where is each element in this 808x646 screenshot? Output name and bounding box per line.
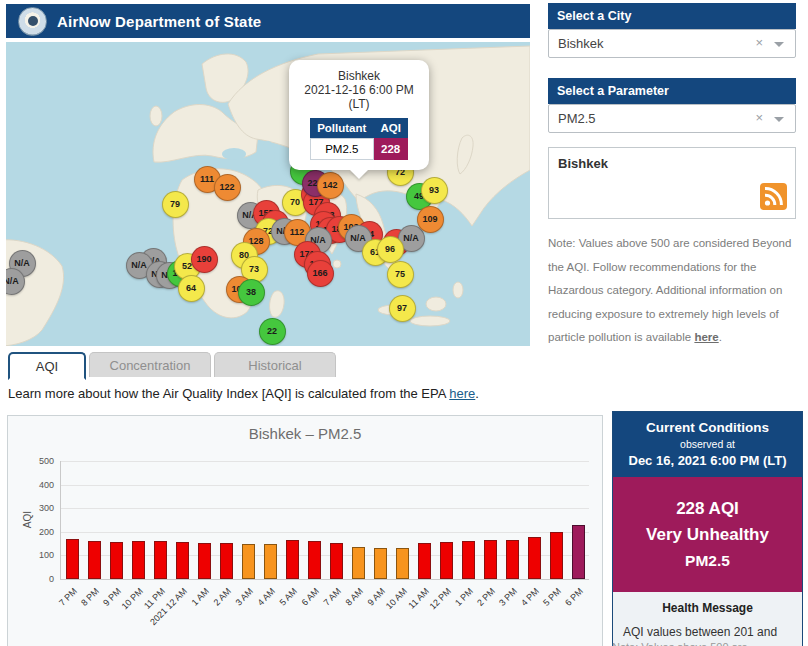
- parameter-chevron-down-icon[interactable]: [774, 117, 784, 122]
- chart-bar[interactable]: [198, 543, 211, 579]
- popup-pointer: [350, 170, 368, 179]
- chart-title: Bishkek – PM2.5: [8, 425, 602, 442]
- aqi-marker[interactable]: 38: [238, 279, 265, 306]
- chart-bar[interactable]: [242, 544, 255, 579]
- chart-bar[interactable]: [374, 548, 387, 579]
- map-landmass: [6, 42, 530, 346]
- aqi-marker[interactable]: 22: [259, 318, 286, 345]
- aqi-marker[interactable]: 75: [387, 261, 414, 288]
- chart-bar[interactable]: [88, 541, 101, 579]
- conditions-title: Current Conditions: [619, 420, 796, 435]
- aqi-marker[interactable]: 64: [178, 275, 205, 302]
- y-axis-tick-label: 400: [20, 480, 54, 490]
- health-message-box: Health Message AQI values between 201 an…: [613, 592, 802, 646]
- sidebar-note-link[interactable]: here: [694, 331, 718, 343]
- conditions-datetime: Dec 16, 2021 6:00 PM (LT): [619, 453, 796, 468]
- chart-bar[interactable]: [484, 540, 497, 579]
- chart-bar[interactable]: [176, 542, 189, 579]
- y-axis-tick-label: 0: [20, 574, 54, 584]
- world-map[interactable]: N/AN/A11112279N/AN/AN/AN/A1075219064N/A1…: [6, 42, 530, 346]
- chart-bar[interactable]: [220, 543, 233, 579]
- chart-bar[interactable]: [440, 542, 453, 579]
- aqi-marker[interactable]: 96: [377, 236, 404, 263]
- chart-bar[interactable]: [462, 541, 475, 579]
- chart-bar[interactable]: [308, 541, 321, 579]
- page-title: AirNow Department of State: [57, 13, 261, 30]
- popup-city: Bishkek: [297, 69, 421, 83]
- chart-gridline: [61, 485, 589, 486]
- chart-bar[interactable]: [330, 543, 343, 579]
- map-popup: Bishkek 2021-12-16 6:00 PM (LT) Pollutan…: [289, 60, 429, 170]
- popup-datetime: 2021-12-16 6:00 PM: [297, 83, 421, 97]
- chart-bar[interactable]: [154, 541, 167, 579]
- dos-seal-logo: [18, 7, 47, 36]
- city-chevron-down-icon[interactable]: [774, 42, 784, 47]
- popup-pollutant-value: PM2.5: [310, 139, 373, 160]
- rss-city-label: Bishkek: [558, 156, 786, 171]
- chart-bar[interactable]: [572, 525, 585, 579]
- chart-gridline: [61, 508, 589, 509]
- parameter-select[interactable]: PM2.5 ×: [548, 104, 796, 133]
- parameter-clear-icon[interactable]: ×: [755, 110, 763, 125]
- popup-aqi-value: 228: [373, 139, 407, 160]
- conditions-aqi-box: 228 AQI Very Unhealthy PM2.5: [613, 477, 802, 592]
- sidebar-note-text: Note: Values above 500 are considered Be…: [548, 237, 791, 343]
- tab-bar: AQI Concentration Historical: [8, 352, 336, 380]
- aqi-marker[interactable]: 122: [214, 174, 241, 201]
- conditions-pollutant: PM2.5: [619, 549, 796, 573]
- city-select[interactable]: Bishkek ×: [548, 29, 796, 58]
- city-clear-icon[interactable]: ×: [755, 35, 763, 50]
- tab-concentration[interactable]: Concentration: [89, 352, 211, 377]
- conditions-header: Current Conditions observed at Dec 16, 2…: [613, 412, 802, 477]
- popup-table: Pollutant AQI PM2.5 228: [310, 118, 409, 160]
- learn-more-link[interactable]: here: [449, 386, 475, 401]
- chart-bar[interactable]: [66, 539, 79, 579]
- tab-aqi[interactable]: AQI: [8, 352, 86, 380]
- header-bar: AirNow Department of State: [6, 4, 530, 38]
- select-parameter-header: Select a Parameter: [548, 78, 796, 104]
- aqi-marker[interactable]: 97: [389, 295, 416, 322]
- conditions-aqi-value: 228 AQI: [619, 496, 796, 522]
- chart-gridline: [61, 461, 589, 462]
- chart-bar[interactable]: [132, 541, 145, 579]
- rss-feed-box: Bishkek: [548, 147, 796, 219]
- y-axis-tick-label: 300: [20, 503, 54, 513]
- chart-bar[interactable]: [418, 543, 431, 579]
- rss-icon[interactable]: [760, 183, 787, 210]
- chart-bar[interactable]: [286, 540, 299, 579]
- y-axis-tick-label: 200: [20, 527, 54, 537]
- chart-gridline: [61, 532, 589, 533]
- y-axis-tick-label: 500: [20, 456, 54, 466]
- chart-bar[interactable]: [110, 542, 123, 579]
- chart-bar[interactable]: [550, 532, 563, 579]
- aqi-marker[interactable]: 166: [307, 260, 334, 287]
- aqi-marker[interactable]: 79: [162, 191, 189, 218]
- chart-bar[interactable]: [264, 544, 277, 579]
- sidebar-note: Note: Values above 500 are considered Be…: [548, 232, 796, 350]
- popup-aqi-header: AQI: [373, 118, 407, 139]
- learn-more-line: Learn more about how the Air Quality Ind…: [8, 386, 479, 401]
- learn-more-text: Learn more about how the Air Quality Ind…: [8, 386, 449, 401]
- chart-bar[interactable]: [396, 548, 409, 579]
- tab-historical[interactable]: Historical: [214, 352, 336, 377]
- parameter-select-value: PM2.5: [558, 111, 596, 126]
- sidebar: Select a City Bishkek × Select a Paramet…: [548, 3, 796, 350]
- conditions-observed-label: observed at: [619, 438, 796, 450]
- aqi-marker[interactable]: 142: [317, 172, 344, 199]
- chart-bar[interactable]: [506, 540, 519, 579]
- clipped-footnote: Note: Values above 500 are considered Be…: [612, 641, 801, 646]
- y-axis-tick-label: 100: [20, 550, 54, 560]
- chart-plot: 7 PM8 PM9 PM10 PM11 PM2021 12 AM1 AM2 AM…: [60, 461, 589, 580]
- popup-timezone: (LT): [297, 97, 421, 111]
- aqi-marker[interactable]: 109: [417, 206, 444, 233]
- health-message-title: Health Message: [623, 601, 792, 615]
- current-conditions-panel: Current Conditions observed at Dec 16, 2…: [612, 411, 803, 646]
- chart-bar[interactable]: [352, 547, 365, 579]
- select-city-header: Select a City: [548, 3, 796, 29]
- chart-bar[interactable]: [528, 537, 541, 579]
- aqi-marker[interactable]: 93: [421, 177, 448, 204]
- aqi-marker[interactable]: 190: [191, 246, 218, 273]
- city-select-value: Bishkek: [558, 36, 604, 51]
- conditions-category: Very Unhealthy: [619, 522, 796, 548]
- popup-pollutant-header: Pollutant: [310, 118, 373, 139]
